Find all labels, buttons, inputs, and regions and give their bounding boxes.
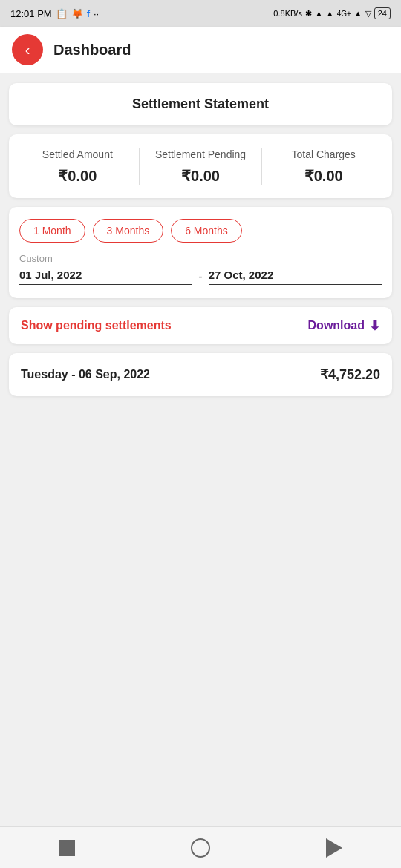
status-right: 0.8KB/s ✱ ▲ ▲ 4G+ ▲ ▽ 24 — [273, 7, 391, 19]
nav-home-button[interactable] — [187, 835, 214, 861]
settlement-pending-label: Settlement Pending — [155, 148, 246, 161]
stats-card: Settled Amount ₹0.00 Settlement Pending … — [9, 134, 392, 198]
settled-amount-label: Settled Amount — [42, 148, 113, 161]
settlement-title-card: Settlement Statement — [9, 83, 392, 125]
square-icon — [59, 840, 75, 856]
battery-icon: 24 — [374, 7, 391, 19]
settlement-entry-card[interactable]: Tuesday - 06 Sep, 2022 ₹4,752.20 — [9, 353, 392, 396]
filter-3-months-button[interactable]: 3 Months — [93, 219, 164, 243]
status-left: 12:01 PM 📋 🦊 f ·· — [10, 8, 99, 19]
entry-amount: ₹4,752.20 — [320, 366, 380, 383]
download-button[interactable]: Download ⬇ — [308, 318, 380, 334]
signal-icon-1: ▲ — [315, 9, 323, 18]
signal-icon-3: 4G+ — [337, 10, 351, 18]
settlement-title: Settlement Statement — [132, 96, 269, 111]
settlement-pending-stat: Settlement Pending ₹0.00 — [139, 148, 262, 185]
signal-icon-4: ▲ — [354, 9, 362, 18]
filter-card: 1 Month 3 Months 6 Months Custom 01 Jul,… — [9, 207, 392, 298]
status-time: 12:01 PM — [10, 8, 52, 19]
download-icon: ⬇ — [369, 318, 380, 334]
date-separator: - — [198, 270, 202, 283]
signal-icon-2: ▲ — [326, 9, 334, 18]
download-label: Download — [308, 319, 365, 332]
settled-amount-value: ₹0.00 — [58, 167, 97, 185]
action-row: Show pending settlements Download ⬇ — [9, 307, 392, 344]
status-icon-2: 🦊 — [71, 8, 83, 19]
status-bar: 12:01 PM 📋 🦊 f ·· 0.8KB/s ✱ ▲ ▲ 4G+ ▲ ▽ … — [0, 0, 401, 27]
total-charges-label: Total Charges — [291, 148, 355, 161]
status-dots: ·· — [94, 8, 99, 19]
bluetooth-icon: ✱ — [305, 9, 312, 19]
status-icon-1: 📋 — [56, 8, 68, 19]
settled-amount-stat: Settled Amount ₹0.00 — [16, 148, 139, 185]
total-charges-value: ₹0.00 — [304, 167, 343, 185]
filter-1-month-button[interactable]: 1 Month — [19, 219, 85, 243]
back-button[interactable]: ‹ — [12, 34, 43, 65]
circle-icon — [191, 838, 210, 858]
date-range-row: 01 Jul, 2022 - 27 Oct, 2022 — [19, 269, 382, 285]
bottom-nav — [0, 826, 401, 868]
settlement-pending-value: ₹0.00 — [181, 167, 220, 185]
custom-label: Custom — [19, 253, 382, 264]
nav-square-button[interactable] — [53, 835, 80, 861]
page-title: Dashboard — [53, 42, 131, 59]
entry-date: Tuesday - 06 Sep, 2022 — [21, 368, 150, 381]
filter-6-months-button[interactable]: 6 Months — [171, 219, 242, 243]
total-charges-stat: Total Charges ₹0.00 — [261, 148, 385, 185]
show-pending-button[interactable]: Show pending settlements — [21, 319, 172, 332]
top-nav: ‹ Dashboard — [0, 27, 401, 73]
nav-back-button[interactable] — [321, 835, 348, 861]
back-icon: ‹ — [25, 42, 30, 59]
status-icon-3: f — [87, 8, 90, 19]
wifi-icon: ▽ — [365, 9, 371, 19]
triangle-icon — [326, 838, 342, 858]
network-speed: 0.8KB/s — [273, 9, 302, 18]
main-content: Settlement Statement Settled Amount ₹0.0… — [0, 73, 401, 826]
filter-buttons-row: 1 Month 3 Months 6 Months — [19, 219, 382, 243]
date-to[interactable]: 27 Oct, 2022 — [209, 269, 382, 285]
date-from[interactable]: 01 Jul, 2022 — [19, 269, 192, 285]
